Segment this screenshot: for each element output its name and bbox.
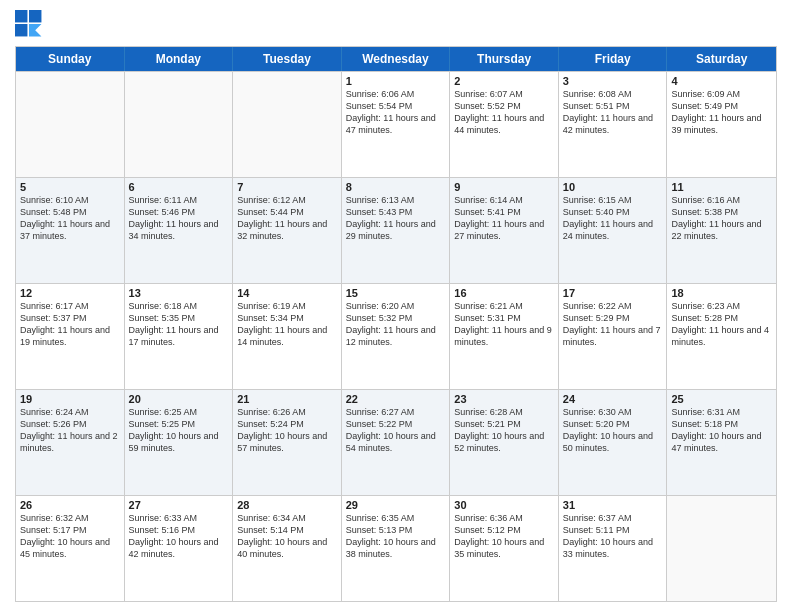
day-number: 18 xyxy=(671,287,772,299)
svg-rect-0 xyxy=(15,10,27,22)
day-number: 1 xyxy=(346,75,446,87)
day-number: 21 xyxy=(237,393,337,405)
day-cell-26: 26Sunrise: 6:32 AMSunset: 5:17 PMDayligh… xyxy=(16,496,125,601)
day-cell-21: 21Sunrise: 6:26 AMSunset: 5:24 PMDayligh… xyxy=(233,390,342,495)
header-day-tuesday: Tuesday xyxy=(233,47,342,71)
day-number: 7 xyxy=(237,181,337,193)
day-info: Sunrise: 6:15 AMSunset: 5:40 PMDaylight:… xyxy=(563,194,663,243)
header-day-wednesday: Wednesday xyxy=(342,47,451,71)
day-info: Sunrise: 6:36 AMSunset: 5:12 PMDaylight:… xyxy=(454,512,554,561)
day-info: Sunrise: 6:16 AMSunset: 5:38 PMDaylight:… xyxy=(671,194,772,243)
day-cell-16: 16Sunrise: 6:21 AMSunset: 5:31 PMDayligh… xyxy=(450,284,559,389)
day-cell-23: 23Sunrise: 6:28 AMSunset: 5:21 PMDayligh… xyxy=(450,390,559,495)
day-number: 13 xyxy=(129,287,229,299)
day-cell-7: 7Sunrise: 6:12 AMSunset: 5:44 PMDaylight… xyxy=(233,178,342,283)
day-number: 27 xyxy=(129,499,229,511)
day-cell-3: 3Sunrise: 6:08 AMSunset: 5:51 PMDaylight… xyxy=(559,72,668,177)
day-number: 29 xyxy=(346,499,446,511)
day-info: Sunrise: 6:19 AMSunset: 5:34 PMDaylight:… xyxy=(237,300,337,349)
day-cell-6: 6Sunrise: 6:11 AMSunset: 5:46 PMDaylight… xyxy=(125,178,234,283)
logo xyxy=(15,10,47,38)
day-cell-17: 17Sunrise: 6:22 AMSunset: 5:29 PMDayligh… xyxy=(559,284,668,389)
day-info: Sunrise: 6:33 AMSunset: 5:16 PMDaylight:… xyxy=(129,512,229,561)
day-number: 9 xyxy=(454,181,554,193)
day-info: Sunrise: 6:18 AMSunset: 5:35 PMDaylight:… xyxy=(129,300,229,349)
day-cell-2: 2Sunrise: 6:07 AMSunset: 5:52 PMDaylight… xyxy=(450,72,559,177)
day-info: Sunrise: 6:08 AMSunset: 5:51 PMDaylight:… xyxy=(563,88,663,137)
svg-marker-3 xyxy=(29,24,41,36)
empty-cell xyxy=(16,72,125,177)
calendar-page: SundayMondayTuesdayWednesdayThursdayFrid… xyxy=(0,0,792,612)
day-cell-19: 19Sunrise: 6:24 AMSunset: 5:26 PMDayligh… xyxy=(16,390,125,495)
day-number: 6 xyxy=(129,181,229,193)
day-number: 2 xyxy=(454,75,554,87)
day-info: Sunrise: 6:26 AMSunset: 5:24 PMDaylight:… xyxy=(237,406,337,455)
day-cell-8: 8Sunrise: 6:13 AMSunset: 5:43 PMDaylight… xyxy=(342,178,451,283)
day-cell-15: 15Sunrise: 6:20 AMSunset: 5:32 PMDayligh… xyxy=(342,284,451,389)
day-number: 19 xyxy=(20,393,120,405)
day-number: 8 xyxy=(346,181,446,193)
day-info: Sunrise: 6:22 AMSunset: 5:29 PMDaylight:… xyxy=(563,300,663,349)
day-info: Sunrise: 6:10 AMSunset: 5:48 PMDaylight:… xyxy=(20,194,120,243)
day-number: 25 xyxy=(671,393,772,405)
day-info: Sunrise: 6:06 AMSunset: 5:54 PMDaylight:… xyxy=(346,88,446,137)
day-cell-12: 12Sunrise: 6:17 AMSunset: 5:37 PMDayligh… xyxy=(16,284,125,389)
calendar-row-0: 1Sunrise: 6:06 AMSunset: 5:54 PMDaylight… xyxy=(16,71,776,177)
day-number: 22 xyxy=(346,393,446,405)
day-number: 14 xyxy=(237,287,337,299)
day-info: Sunrise: 6:25 AMSunset: 5:25 PMDaylight:… xyxy=(129,406,229,455)
day-cell-18: 18Sunrise: 6:23 AMSunset: 5:28 PMDayligh… xyxy=(667,284,776,389)
day-number: 11 xyxy=(671,181,772,193)
day-info: Sunrise: 6:09 AMSunset: 5:49 PMDaylight:… xyxy=(671,88,772,137)
calendar-header: SundayMondayTuesdayWednesdayThursdayFrid… xyxy=(16,47,776,71)
empty-cell xyxy=(125,72,234,177)
day-cell-5: 5Sunrise: 6:10 AMSunset: 5:48 PMDaylight… xyxy=(16,178,125,283)
day-cell-14: 14Sunrise: 6:19 AMSunset: 5:34 PMDayligh… xyxy=(233,284,342,389)
calendar-row-1: 5Sunrise: 6:10 AMSunset: 5:48 PMDaylight… xyxy=(16,177,776,283)
day-cell-1: 1Sunrise: 6:06 AMSunset: 5:54 PMDaylight… xyxy=(342,72,451,177)
day-number: 24 xyxy=(563,393,663,405)
day-number: 30 xyxy=(454,499,554,511)
calendar-row-4: 26Sunrise: 6:32 AMSunset: 5:17 PMDayligh… xyxy=(16,495,776,601)
empty-cell xyxy=(233,72,342,177)
calendar: SundayMondayTuesdayWednesdayThursdayFrid… xyxy=(15,46,777,602)
day-cell-29: 29Sunrise: 6:35 AMSunset: 5:13 PMDayligh… xyxy=(342,496,451,601)
day-info: Sunrise: 6:20 AMSunset: 5:32 PMDaylight:… xyxy=(346,300,446,349)
header-day-monday: Monday xyxy=(125,47,234,71)
day-info: Sunrise: 6:17 AMSunset: 5:37 PMDaylight:… xyxy=(20,300,120,349)
day-cell-11: 11Sunrise: 6:16 AMSunset: 5:38 PMDayligh… xyxy=(667,178,776,283)
day-info: Sunrise: 6:30 AMSunset: 5:20 PMDaylight:… xyxy=(563,406,663,455)
day-number: 17 xyxy=(563,287,663,299)
day-cell-28: 28Sunrise: 6:34 AMSunset: 5:14 PMDayligh… xyxy=(233,496,342,601)
day-cell-24: 24Sunrise: 6:30 AMSunset: 5:20 PMDayligh… xyxy=(559,390,668,495)
day-number: 23 xyxy=(454,393,554,405)
day-number: 15 xyxy=(346,287,446,299)
day-cell-31: 31Sunrise: 6:37 AMSunset: 5:11 PMDayligh… xyxy=(559,496,668,601)
day-info: Sunrise: 6:34 AMSunset: 5:14 PMDaylight:… xyxy=(237,512,337,561)
day-info: Sunrise: 6:12 AMSunset: 5:44 PMDaylight:… xyxy=(237,194,337,243)
svg-rect-1 xyxy=(29,10,41,22)
day-info: Sunrise: 6:32 AMSunset: 5:17 PMDaylight:… xyxy=(20,512,120,561)
day-cell-30: 30Sunrise: 6:36 AMSunset: 5:12 PMDayligh… xyxy=(450,496,559,601)
day-info: Sunrise: 6:27 AMSunset: 5:22 PMDaylight:… xyxy=(346,406,446,455)
calendar-row-2: 12Sunrise: 6:17 AMSunset: 5:37 PMDayligh… xyxy=(16,283,776,389)
day-cell-25: 25Sunrise: 6:31 AMSunset: 5:18 PMDayligh… xyxy=(667,390,776,495)
day-number: 28 xyxy=(237,499,337,511)
header-day-sunday: Sunday xyxy=(16,47,125,71)
day-info: Sunrise: 6:11 AMSunset: 5:46 PMDaylight:… xyxy=(129,194,229,243)
generalblue-icon xyxy=(15,10,43,38)
day-number: 4 xyxy=(671,75,772,87)
header-day-friday: Friday xyxy=(559,47,668,71)
day-info: Sunrise: 6:13 AMSunset: 5:43 PMDaylight:… xyxy=(346,194,446,243)
day-number: 16 xyxy=(454,287,554,299)
header-day-saturday: Saturday xyxy=(667,47,776,71)
svg-rect-2 xyxy=(15,24,27,36)
calendar-body: 1Sunrise: 6:06 AMSunset: 5:54 PMDaylight… xyxy=(16,71,776,601)
day-cell-10: 10Sunrise: 6:15 AMSunset: 5:40 PMDayligh… xyxy=(559,178,668,283)
day-cell-20: 20Sunrise: 6:25 AMSunset: 5:25 PMDayligh… xyxy=(125,390,234,495)
day-cell-22: 22Sunrise: 6:27 AMSunset: 5:22 PMDayligh… xyxy=(342,390,451,495)
day-number: 31 xyxy=(563,499,663,511)
day-cell-13: 13Sunrise: 6:18 AMSunset: 5:35 PMDayligh… xyxy=(125,284,234,389)
day-cell-27: 27Sunrise: 6:33 AMSunset: 5:16 PMDayligh… xyxy=(125,496,234,601)
day-info: Sunrise: 6:07 AMSunset: 5:52 PMDaylight:… xyxy=(454,88,554,137)
